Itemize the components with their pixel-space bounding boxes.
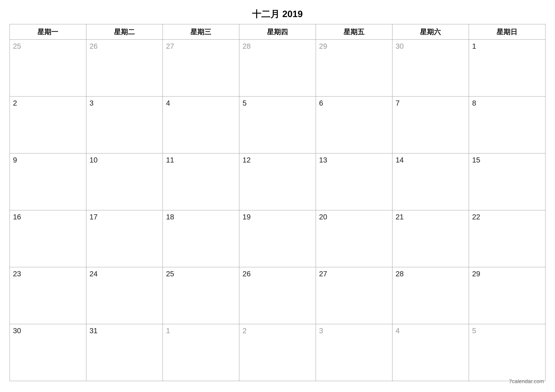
calendar-day-cell: 11 <box>163 153 239 210</box>
calendar-day-cell: 1 <box>163 324 239 381</box>
calendar-day-cell: 12 <box>239 153 316 210</box>
calendar-day-cell: 27 <box>163 40 239 96</box>
calendar-day-cell: 4 <box>392 324 469 381</box>
calendar-day-cell: 21 <box>392 210 469 267</box>
calendar-week-row: 303112345 <box>10 324 545 381</box>
calendar-day-cell: 1 <box>469 40 545 96</box>
calendar-day-cell: 25 <box>163 267 239 324</box>
calendar-day-cell: 6 <box>316 96 392 153</box>
calendar-week-row: 23242526272829 <box>10 267 545 324</box>
calendar-day-cell: 14 <box>392 153 469 210</box>
calendar-day-cell: 2 <box>239 324 316 381</box>
calendar-day-cell: 2 <box>10 96 86 153</box>
calendar-day-cell: 31 <box>86 324 163 381</box>
weekday-header-row: 星期一 星期二 星期三 星期四 星期五 星期六 星期日 <box>10 24 545 40</box>
weekday-header: 星期五 <box>316 24 392 40</box>
calendar-day-cell: 28 <box>239 40 316 96</box>
weekday-header: 星期日 <box>469 24 545 40</box>
calendar-page: 十二月 2019 星期一 星期二 星期三 星期四 星期五 星期六 星期日 252… <box>0 0 555 392</box>
calendar-week-row: 9101112131415 <box>10 153 545 210</box>
calendar-day-cell: 18 <box>163 210 239 267</box>
footer-credit: 7calendar.com <box>509 378 544 385</box>
weekday-header: 星期四 <box>239 24 316 40</box>
calendar-day-cell: 19 <box>239 210 316 267</box>
calendar-day-cell: 30 <box>10 324 86 381</box>
weekday-header: 星期三 <box>163 24 239 40</box>
calendar-table: 星期一 星期二 星期三 星期四 星期五 星期六 星期日 252627282930… <box>9 24 546 381</box>
weekday-header: 星期二 <box>86 24 163 40</box>
calendar-day-cell: 4 <box>163 96 239 153</box>
calendar-day-cell: 23 <box>10 267 86 324</box>
calendar-day-cell: 17 <box>86 210 163 267</box>
calendar-day-cell: 10 <box>86 153 163 210</box>
calendar-week-row: 2345678 <box>10 96 545 153</box>
calendar-day-cell: 22 <box>469 210 545 267</box>
calendar-day-cell: 20 <box>316 210 392 267</box>
weekday-header: 星期一 <box>10 24 86 40</box>
calendar-body: 2526272829301234567891011121314151617181… <box>10 40 545 381</box>
weekday-header: 星期六 <box>392 24 469 40</box>
page-title: 十二月 2019 <box>9 8 546 20</box>
calendar-week-row: 16171819202122 <box>10 210 545 267</box>
calendar-day-cell: 7 <box>392 96 469 153</box>
calendar-day-cell: 25 <box>10 40 86 96</box>
calendar-day-cell: 24 <box>86 267 163 324</box>
calendar-day-cell: 9 <box>10 153 86 210</box>
calendar-day-cell: 5 <box>469 324 545 381</box>
calendar-day-cell: 27 <box>316 267 392 324</box>
calendar-day-cell: 3 <box>86 96 163 153</box>
calendar-day-cell: 30 <box>392 40 469 96</box>
calendar-day-cell: 29 <box>316 40 392 96</box>
calendar-day-cell: 8 <box>469 96 545 153</box>
calendar-day-cell: 28 <box>392 267 469 324</box>
calendar-day-cell: 16 <box>10 210 86 267</box>
calendar-day-cell: 29 <box>469 267 545 324</box>
calendar-day-cell: 15 <box>469 153 545 210</box>
calendar-day-cell: 26 <box>86 40 163 96</box>
calendar-day-cell: 13 <box>316 153 392 210</box>
calendar-week-row: 2526272829301 <box>10 40 545 96</box>
calendar-day-cell: 5 <box>239 96 316 153</box>
calendar-day-cell: 26 <box>239 267 316 324</box>
calendar-day-cell: 3 <box>316 324 392 381</box>
